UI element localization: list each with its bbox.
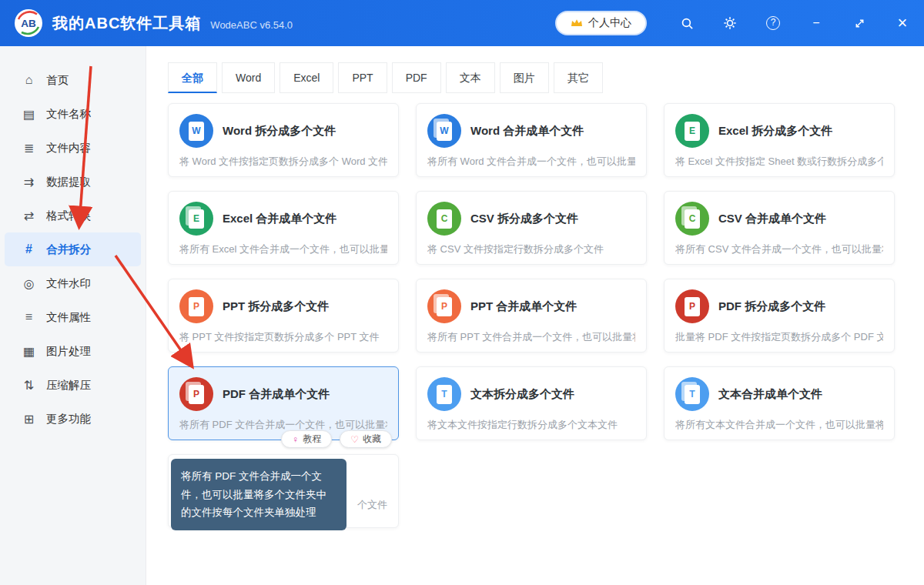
sidebar-item-format-convert[interactable]: ⇄格式转换: [5, 199, 141, 232]
sidebar-item-label: 压缩解压: [46, 378, 91, 393]
titlebar: AB 我的ABC软件工具箱 WodeABC v6.54.0 个人中心 ? −: [0, 0, 924, 46]
sidebar-item-file-props[interactable]: ≡文件属性: [5, 300, 141, 334]
card-description: 将 Excel 文件按指定 Sheet 数或行数拆分成多个 Exc: [675, 155, 883, 169]
tutorial-label: 教程: [303, 433, 321, 446]
app-window: AB 我的ABC软件工具箱 WodeABC v6.54.0 个人中心 ? −: [0, 0, 924, 585]
settings-gear-icon[interactable]: [708, 0, 752, 46]
resize-button[interactable]: [838, 0, 881, 46]
ppt-merge-icon: P: [427, 289, 461, 323]
favorite-label: 收藏: [363, 433, 381, 446]
card-ppt-merge[interactable]: PPPT 合并成单个文件将所有 PPT 文件合并成一个文件，也可以批量将多: [416, 279, 647, 353]
word-split-icon: W: [179, 114, 213, 148]
image-process-icon: ▦: [22, 344, 36, 359]
card-csv-merge[interactable]: CCSV 合并成单个文件将所有 CSV 文件合并成一个文件，也可以批量将多: [664, 191, 895, 265]
card-description: 将所有文本文件合并成一个文件，也可以批量将多: [675, 418, 883, 432]
favorite-button[interactable]: ♡收藏: [340, 430, 392, 448]
home-icon: ⌂: [22, 73, 36, 87]
sidebar-item-label: 格式转换: [46, 209, 91, 223]
card-word-merge[interactable]: WWord 合并成单个文件将所有 Word 文件合并成一个文件，也可以批量将多: [416, 103, 647, 177]
sidebar-item-image-process[interactable]: ▦图片处理: [5, 334, 141, 368]
sidebar-item-label: 图片处理: [46, 344, 91, 359]
card-description: 将 PPT 文件按指定页数拆分成多个 PPT 文件: [179, 330, 387, 344]
card-title: CSV 拆分成多个文件: [470, 212, 578, 226]
sidebar-item-file-name[interactable]: ▤文件名称: [5, 97, 141, 131]
sidebar-item-label: 合并拆分: [46, 242, 91, 257]
sidebar-item-label: 文件内容: [46, 141, 91, 155]
tab-word[interactable]: Word: [222, 62, 275, 93]
merge-split-icon: #: [22, 242, 36, 256]
tab-all[interactable]: 全部: [168, 62, 217, 93]
csv-merge-icon: C: [675, 202, 709, 236]
file-props-icon: ≡: [22, 310, 36, 324]
app-version: WodeABC v6.54.0: [210, 19, 293, 31]
svg-text:AB: AB: [21, 18, 36, 29]
tab-image[interactable]: 图片: [500, 62, 549, 93]
sidebar-item-label: 文件水印: [46, 276, 91, 291]
card-description: 将所有 PPT 文件合并成一个文件，也可以批量将多: [427, 330, 635, 344]
text-split-icon: T: [427, 377, 461, 411]
card-word-split[interactable]: WWord 拆分成多个文件将 Word 文件按指定页数拆分成多个 Word 文件: [168, 103, 399, 177]
tab-text[interactable]: 文本: [446, 62, 495, 93]
sidebar-item-label: 更多功能: [46, 412, 91, 426]
tab-excel[interactable]: Excel: [280, 62, 333, 93]
card-ppt-split[interactable]: PPPT 拆分成多个文件将 PPT 文件按指定页数拆分成多个 PPT 文件: [168, 279, 399, 353]
excel-merge-icon: E: [179, 202, 213, 236]
card-text-merge[interactable]: T文本合并成单个文件将所有文本文件合并成一个文件，也可以批量将多: [664, 366, 895, 440]
card-title: PPT 合并成单个文件: [470, 299, 577, 314]
card-title: PPT 拆分成多个文件: [223, 299, 329, 314]
card-description: 将所有 Word 文件合并成一个文件，也可以批量将多: [427, 155, 635, 169]
sidebar-item-merge-split[interactable]: #合并拆分: [5, 232, 141, 266]
text-merge-icon: T: [675, 377, 709, 411]
zip-icon: ⇅: [22, 378, 36, 393]
word-merge-icon: W: [427, 114, 461, 148]
tutorial-button[interactable]: ♀教程: [281, 430, 332, 448]
card-description: 将所有 Excel 文件合并成一个文件，也可以批量将多: [179, 242, 387, 256]
sidebar-item-more[interactable]: ⊞更多功能: [5, 402, 141, 436]
ppt-split-icon: P: [179, 289, 213, 323]
sidebar-item-file-content[interactable]: ≣文件内容: [5, 131, 141, 165]
card-description: 将文本文件按指定行数拆分成多个文本文件: [427, 418, 635, 432]
file-content-icon: ≣: [22, 141, 36, 155]
content-area: 全部WordExcelPPTPDF文本图片其它 WWord 拆分成多个文件将 W…: [146, 46, 924, 585]
sidebar-item-data-extract[interactable]: ⇉数据提取: [5, 165, 141, 199]
favorite-icon: ♡: [350, 434, 359, 445]
tooltip: 将所有 PDF 文件合并成一个文件，也可以批量将多个文件夹中的文件按每个文件夹单…: [171, 459, 346, 530]
card-description: 批量将 PDF 文件按指定页数拆分成多个 PDF 文件: [675, 330, 883, 344]
sidebar-item-home[interactable]: ⌂首页: [5, 63, 141, 97]
tab-ppt[interactable]: PPT: [338, 62, 387, 93]
sidebar-item-label: 首页: [46, 73, 69, 88]
sidebar-item-label: 数据提取: [46, 175, 91, 189]
titlebar-actions: 个人中心 ? − ×: [555, 0, 924, 46]
card-description: 将 CSV 文件按指定行数拆分成多个文件: [427, 242, 635, 256]
data-extract-icon: ⇉: [22, 175, 36, 189]
personal-center-button[interactable]: 个人中心: [555, 11, 647, 35]
crown-icon: [571, 18, 583, 28]
card-title: 文本合并成单个文件: [718, 387, 822, 402]
card-excel-merge[interactable]: EExcel 合并成单个文件将所有 Excel 文件合并成一个文件，也可以批量将…: [168, 191, 399, 265]
card-excel-split[interactable]: EExcel 拆分成多个文件将 Excel 文件按指定 Sheet 数或行数拆分…: [664, 103, 895, 177]
card-pdf-split[interactable]: PPDF 拆分成多个文件批量将 PDF 文件按指定页数拆分成多个 PDF 文件: [664, 279, 895, 353]
sidebar-item-zip[interactable]: ⇅压缩解压: [5, 368, 141, 402]
card-pdf-merge[interactable]: PPDF 合并成单个文件将所有 PDF 文件合并成一个文件，也可以批量将多♀教程…: [168, 366, 399, 440]
tab-other[interactable]: 其它: [554, 62, 603, 93]
watermark-icon: ◎: [22, 276, 36, 291]
card-csv-split[interactable]: CCSV 拆分成多个文件将 CSV 文件按指定行数拆分成多个文件: [416, 191, 647, 265]
sidebar-item-watermark[interactable]: ◎文件水印: [5, 266, 141, 300]
card-title: Word 合并成单个文件: [470, 124, 584, 139]
pdf-split-icon: P: [675, 289, 709, 323]
search-icon[interactable]: [665, 0, 708, 46]
card-title: CSV 合并成单个文件: [718, 212, 826, 226]
format-convert-icon: ⇄: [22, 209, 36, 223]
tab-pdf[interactable]: PDF: [392, 62, 441, 93]
help-icon[interactable]: ?: [752, 0, 795, 46]
card-title: Excel 合并成单个文件: [223, 212, 336, 226]
close-button[interactable]: ×: [881, 0, 924, 46]
tutorial-icon: ♀: [292, 434, 299, 445]
minimize-button[interactable]: −: [795, 0, 838, 46]
personal-center-label: 个人中心: [588, 16, 631, 30]
card-title: 文本拆分成多个文件: [470, 387, 574, 402]
sidebar-item-label: 文件名称: [46, 107, 91, 122]
card-text-split[interactable]: T文本拆分成多个文件将文本文件按指定行数拆分成多个文本文件: [416, 366, 647, 440]
more-icon: ⊞: [22, 412, 36, 426]
card-desc-fragment: 个文件: [357, 498, 387, 512]
